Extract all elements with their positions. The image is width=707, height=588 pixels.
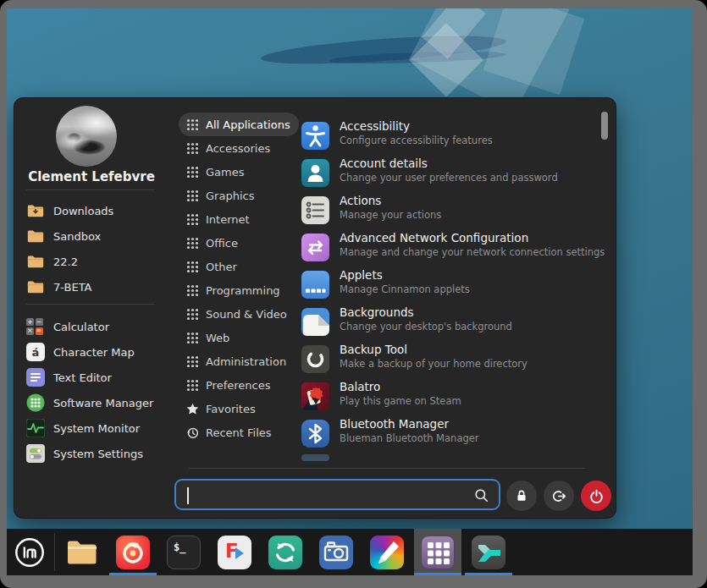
category-recent-files[interactable]: Recent Files bbox=[179, 420, 299, 444]
place-label: 7-BETA bbox=[53, 281, 91, 294]
app-description: Manage and change your network connectio… bbox=[340, 246, 605, 258]
app-row-partial bbox=[301, 454, 329, 461]
app-row-applets[interactable]: Applets Manage Cinnamon applets bbox=[301, 267, 599, 304]
divider bbox=[189, 468, 585, 469]
category-label: Internet bbox=[206, 213, 250, 226]
scrollbar-thumb[interactable] bbox=[601, 112, 608, 140]
category-web[interactable]: Web bbox=[179, 326, 299, 349]
app-name: Advanced Network Configuration bbox=[340, 231, 528, 245]
search-input[interactable] bbox=[176, 481, 499, 508]
category-programming[interactable]: Programming bbox=[179, 278, 299, 302]
place-item-22-2[interactable]: 22.2 bbox=[26, 249, 168, 274]
category-label: Accessories bbox=[206, 142, 270, 155]
sidebar-item-calculator[interactable]: +− ×= Calculator bbox=[26, 314, 168, 339]
mint-logo-icon bbox=[14, 536, 46, 569]
grid-dots-icon bbox=[186, 190, 199, 202]
system-monitor-icon bbox=[26, 419, 45, 437]
category-favorites[interactable]: Favorites bbox=[179, 397, 299, 420]
taskbar-warpinator-button[interactable] bbox=[465, 529, 512, 575]
taskbar-sync-button[interactable] bbox=[262, 529, 309, 575]
category-all-applications[interactable]: All Applications bbox=[179, 113, 299, 136]
category-internet[interactable]: Internet bbox=[179, 207, 299, 231]
mint-menu-button[interactable] bbox=[8, 529, 51, 575]
balatro-art-icon bbox=[301, 382, 329, 410]
app-row-advanced-network-configuration[interactable]: Advanced Network Configuration Manage an… bbox=[301, 229, 599, 267]
app-description: Play this game on Steam bbox=[340, 395, 461, 407]
running-indicator bbox=[109, 573, 157, 575]
taskbar-terminal-button[interactable]: $_ bbox=[160, 529, 207, 575]
app-name: Balatro bbox=[340, 380, 380, 393]
category-games[interactable]: Games bbox=[179, 160, 299, 184]
place-label: 22.2 bbox=[53, 256, 78, 268]
lock-button[interactable] bbox=[506, 481, 537, 511]
sidebar-item-software-manager[interactable]: Software Manager bbox=[26, 390, 168, 415]
sidebar-item-label: Calculator bbox=[53, 321, 109, 333]
app-row-backgrounds[interactable]: Backgrounds Change your desktop's backgr… bbox=[301, 304, 599, 341]
files-folder-icon bbox=[65, 536, 99, 569]
taskbar-panel: $_ F bbox=[7, 529, 693, 575]
category-preferences[interactable]: Preferences bbox=[179, 373, 299, 397]
category-sound-video[interactable]: Sound & Video bbox=[179, 302, 299, 326]
taskbar-store-button[interactable]: F bbox=[211, 529, 258, 575]
sidebar-item-system-monitor[interactable]: System Monitor bbox=[26, 415, 168, 441]
paint-rainbow-icon bbox=[370, 536, 404, 569]
text-editor-icon bbox=[26, 368, 45, 387]
sidebar-item-label: Software Manager bbox=[53, 397, 153, 409]
app-name: Actions bbox=[340, 194, 381, 207]
star-icon bbox=[186, 403, 199, 415]
app-description: Change your user preferences and passwor… bbox=[340, 172, 558, 184]
f-store-icon: F bbox=[218, 536, 251, 569]
category-office[interactable]: Office bbox=[179, 231, 299, 255]
place-label: Sandbox bbox=[53, 230, 101, 243]
actions-list-icon bbox=[301, 196, 329, 224]
screenshot-root: Clement Lefebvre Downloads Sandbox 22.2 bbox=[0, 0, 707, 588]
account-icon bbox=[301, 159, 329, 187]
app-row-actions[interactable]: Actions Manage your actions bbox=[301, 192, 599, 229]
grid-dots-icon bbox=[186, 284, 199, 297]
category-administration[interactable]: Administration bbox=[179, 349, 299, 373]
app-name: Backup Tool bbox=[340, 343, 407, 356]
character-map-icon: á bbox=[26, 343, 45, 361]
category-graphics[interactable]: Graphics bbox=[179, 184, 299, 207]
place-item-downloads[interactable]: Downloads bbox=[26, 198, 168, 223]
software-manager-icon bbox=[26, 393, 45, 412]
app-row-account-details[interactable]: Account details Change your user prefere… bbox=[301, 155, 599, 192]
power-button[interactable] bbox=[581, 481, 611, 511]
place-item-7-beta[interactable]: 7-BETA bbox=[26, 274, 168, 299]
sidebar-item-label: Text Editor bbox=[53, 371, 112, 384]
scrollbar[interactable] bbox=[601, 110, 608, 464]
sidebar-item-character-map[interactable]: á Character Map bbox=[26, 339, 168, 365]
category-label: Administration bbox=[206, 355, 286, 368]
taskbar-firefox-button[interactable] bbox=[109, 529, 157, 575]
text-caret bbox=[187, 487, 189, 504]
search-icon bbox=[473, 487, 490, 504]
sidebar-item-label: System Monitor bbox=[53, 422, 140, 435]
place-item-sandbox[interactable]: Sandbox bbox=[26, 223, 168, 249]
app-name: Backgrounds bbox=[340, 305, 414, 319]
taskbar-app-grid-button[interactable] bbox=[414, 529, 461, 575]
taskbar-files-button[interactable] bbox=[58, 529, 106, 575]
play-triangle bbox=[235, 547, 244, 559]
backgrounds-icon bbox=[301, 308, 329, 336]
app-row-accessibility[interactable]: Accessibility Configure accessibility fe… bbox=[301, 118, 599, 155]
app-row-backup-tool[interactable]: Backup Tool Make a backup of your home d… bbox=[301, 341, 599, 378]
app-row-bluetooth-manager[interactable]: Bluetooth Manager Blueman Bluetooth Mana… bbox=[301, 415, 599, 453]
avatar[interactable] bbox=[56, 106, 117, 167]
category-accessories[interactable]: Accessories bbox=[179, 136, 299, 160]
taskbar-paint-button[interactable] bbox=[363, 529, 411, 575]
network-arrows-icon bbox=[301, 234, 329, 261]
app-row-balatro[interactable]: Balatro Play this game on Steam bbox=[301, 378, 599, 415]
lock-icon bbox=[514, 488, 529, 503]
search-box bbox=[174, 479, 500, 510]
sidebar-item-text-editor[interactable]: Text Editor bbox=[26, 365, 168, 390]
panel-separator bbox=[54, 533, 55, 571]
grid-dots-icon bbox=[186, 118, 199, 131]
logout-button[interactable] bbox=[544, 481, 574, 511]
category-other[interactable]: Other bbox=[179, 255, 299, 278]
recent-clock-icon bbox=[186, 426, 199, 439]
warpinator-icon bbox=[472, 536, 505, 569]
grid-dots-icon bbox=[186, 308, 199, 321]
taskbar-screenshot-button[interactable] bbox=[312, 529, 360, 575]
folder-icon bbox=[26, 278, 45, 296]
sidebar-item-system-settings[interactable]: System Settings bbox=[26, 441, 168, 466]
